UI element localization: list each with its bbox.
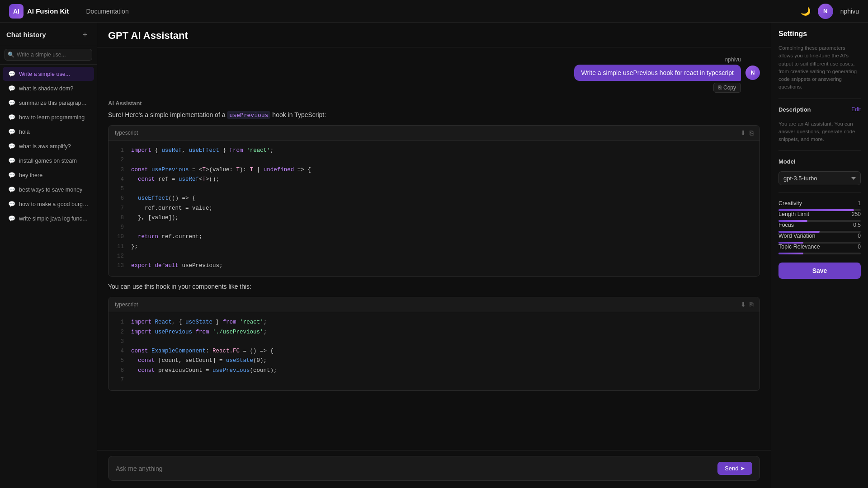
dark-mode-toggle[interactable]: 🌙	[801, 6, 811, 16]
slider-track-topic_relevance[interactable]	[778, 253, 861, 254]
slider-label-row: Focus 0.5	[778, 222, 861, 228]
chat-input[interactable]	[116, 465, 713, 472]
chat-item-icon: 💬	[8, 215, 15, 222]
slider-length: Length Limit 250	[778, 211, 861, 222]
user-bubble: Write a simple usePrevious hook for reac…	[574, 65, 741, 81]
save-button[interactable]: Save	[778, 263, 861, 279]
chat-item[interactable]: 💬 summarize this paragraph for ...	[3, 96, 94, 110]
chat-input-box: Send ➤	[108, 456, 760, 481]
sliders-container: Creativity 1 Length Limit 250 Focus 0.5	[778, 200, 861, 254]
chat-item-icon: 💬	[8, 186, 15, 193]
chat-item[interactable]: 💬 hey there	[3, 168, 94, 182]
brand-logo: AI	[9, 4, 24, 19]
code-block-2-actions: ⬇ ⎘	[741, 301, 753, 308]
chat-item-icon: 💬	[8, 128, 15, 135]
copy-code-2-button[interactable]: ⎘	[750, 301, 753, 308]
slider-label-length: Length Limit	[778, 211, 809, 217]
code-lang-1: typescript	[115, 130, 138, 136]
user-message: nphivu Write a simple usePrevious hook f…	[108, 56, 760, 93]
slider-fill-length	[778, 220, 807, 222]
slider-track-length[interactable]	[778, 220, 861, 222]
chat-item[interactable]: 💬 what is shadow dom?	[3, 81, 94, 95]
chat-item-text: hola	[19, 129, 30, 135]
user-message-name: nphivu	[725, 56, 741, 63]
chat-list: 💬 Write a simple use... ✏🗑 💬 what is sha…	[0, 65, 97, 488]
download-code-1-button[interactable]: ⬇	[741, 129, 746, 136]
settings-title: Settings	[778, 30, 861, 38]
chat-item-text: install games on steam	[19, 158, 77, 164]
chat-item-text: Write a simple use...	[19, 71, 70, 77]
code-lang-2: typescript	[115, 301, 138, 308]
slider-label-row: Creativity 1	[778, 200, 861, 206]
code-line: 8 }, [value]);	[116, 213, 752, 223]
slider-label-row: Length Limit 250	[778, 211, 861, 217]
slider-label-word_variation: Word Variation	[778, 233, 816, 239]
chat-item[interactable]: 💬 what is aws amplify?	[3, 139, 94, 153]
code-line: 10 return ref.current;	[116, 232, 752, 242]
description-edit-row: Description Edit	[778, 106, 861, 113]
description-text: You are an AI assistant. You can answer …	[778, 120, 861, 144]
ai-intro-part1: Sure! Here's a simple implementation of …	[108, 111, 225, 118]
model-select[interactable]: gpt-3.5-turbogpt-4gpt-4-turbo	[778, 171, 861, 185]
slider-topic_relevance: Topic Relevance 0	[778, 244, 861, 254]
slider-track-word_variation[interactable]	[778, 242, 861, 244]
chat-item[interactable]: 💬 write simple java log function	[3, 211, 94, 225]
chat-item-icon: 💬	[8, 70, 15, 77]
code-line: 11};	[116, 242, 752, 252]
ai-intro-code: usePrevious	[227, 111, 270, 119]
slider-label-creativity: Creativity	[778, 200, 802, 206]
copy-label: Copy	[723, 84, 736, 91]
new-chat-button[interactable]: ＋	[80, 29, 90, 40]
model-section-label: Model	[778, 158, 861, 165]
chat-item[interactable]: 💬 best ways to save money	[3, 183, 94, 197]
code-block-1: typescript ⬇ ⎘ 1import { useRef, useEffe…	[108, 125, 760, 277]
brand-name: AI Fusion Kit	[27, 7, 69, 15]
ai-message: AI Assistant Sure! Here's a simple imple…	[108, 100, 760, 393]
user-message-content: nphivu Write a simple usePrevious hook f…	[574, 56, 741, 93]
slider-track-creativity[interactable]	[778, 209, 861, 211]
chat-item[interactable]: 💬 how to learn programming	[3, 110, 94, 124]
ai-label: AI Assistant	[108, 100, 760, 107]
chat-input-area: Send ➤	[97, 450, 771, 488]
edit-description-link[interactable]: Edit	[851, 106, 861, 113]
chat-item-text: how to learn programming	[19, 114, 85, 121]
code-line: 12	[116, 252, 752, 261]
chat-item-icon: 💬	[8, 157, 15, 164]
copy-icon: ⎘	[718, 84, 722, 91]
code-block-1-header: typescript ⬇ ⎘	[108, 126, 760, 141]
chat-item[interactable]: 💬 hola	[3, 125, 94, 139]
slider-fill-creativity	[778, 209, 854, 211]
code-line: 6 const previousCount = usePrevious(coun…	[116, 366, 752, 375]
code-line: 5 const [count, setCount] = useState(0);	[116, 356, 752, 366]
chat-item-text: what is shadow dom?	[19, 85, 73, 92]
chat-item-icon: 💬	[8, 143, 15, 150]
settings-description: Combining these parameters allows you to…	[778, 44, 861, 91]
send-button[interactable]: Send ➤	[717, 462, 752, 475]
divider	[778, 192, 861, 193]
download-code-2-button[interactable]: ⬇	[741, 301, 746, 308]
chat-item-icon: 💬	[8, 114, 15, 121]
delete-chat-button[interactable]: 🗑	[83, 71, 89, 77]
sidebar-search-area: 🔍	[0, 45, 97, 65]
copy-code-1-button[interactable]: ⎘	[750, 129, 753, 136]
chat-item[interactable]: 💬 how to make a good burger?	[3, 197, 94, 211]
slider-fill-focus	[778, 231, 820, 233]
code-line: 3const usePrevious = <T>(value: T): T | …	[116, 165, 752, 175]
documentation-link[interactable]: Documentation	[83, 6, 132, 17]
code-line: 7	[116, 375, 752, 385]
search-input[interactable]	[5, 49, 92, 61]
slider-focus: Focus 0.5	[778, 222, 861, 233]
edit-chat-button[interactable]: ✏	[77, 71, 81, 77]
avatar: N	[818, 4, 833, 19]
chat-header: GPT AI Assistant	[97, 23, 771, 47]
chat-item-text: summarize this paragraph for ...	[19, 100, 89, 106]
slider-value-focus: 0.5	[853, 222, 861, 228]
code-line: 1import { useRef, useEffect } from 'reac…	[116, 146, 752, 155]
slider-track-focus[interactable]	[778, 231, 861, 233]
slider-fill-topic_relevance	[778, 253, 803, 254]
copy-button[interactable]: ⎘ Copy	[713, 83, 741, 93]
brand: AI AI Fusion Kit	[9, 4, 69, 19]
chat-item[interactable]: 💬 Write a simple use... ✏🗑	[3, 67, 94, 81]
slider-label-topic_relevance: Topic Relevance	[778, 244, 820, 250]
chat-item[interactable]: 💬 install games on steam	[3, 154, 94, 168]
